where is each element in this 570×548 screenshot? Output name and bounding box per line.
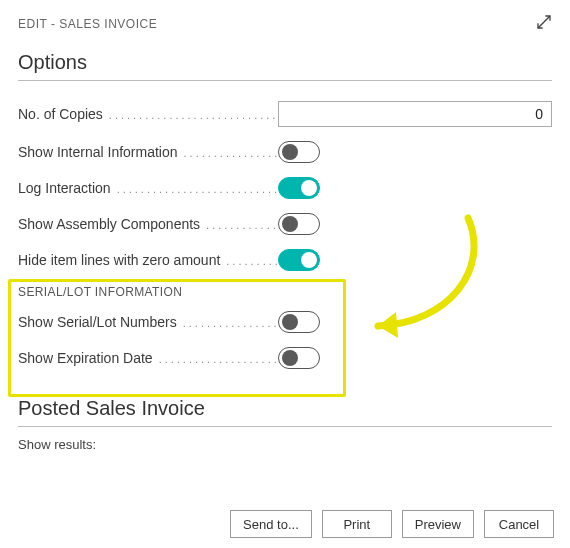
show-results-label: Show results: — [18, 437, 552, 452]
dot-leader — [184, 144, 278, 160]
show-expiration-label: Show Expiration Date — [18, 350, 153, 366]
dot-leader — [226, 252, 278, 268]
show-internal-label: Show Internal Information — [18, 144, 178, 160]
show-expiration-toggle[interactable] — [278, 347, 320, 369]
dot-leader — [183, 314, 278, 330]
dot-leader — [159, 350, 278, 366]
print-button[interactable]: Print — [322, 510, 392, 538]
no-of-copies-input[interactable] — [278, 101, 552, 127]
preview-button[interactable]: Preview — [402, 510, 474, 538]
options-heading: Options — [18, 51, 552, 74]
show-assembly-label: Show Assembly Components — [18, 216, 200, 232]
show-internal-toggle[interactable] — [278, 141, 320, 163]
log-interaction-toggle[interactable] — [278, 177, 320, 199]
serial-lot-group-header: SERIAL/LOT INFORMATION — [18, 285, 552, 299]
dot-leader — [117, 180, 278, 196]
cancel-button[interactable]: Cancel — [484, 510, 554, 538]
hide-zero-label: Hide item lines with zero amount — [18, 252, 220, 268]
divider — [18, 80, 552, 81]
expand-icon[interactable] — [536, 14, 552, 33]
hide-zero-toggle[interactable] — [278, 249, 320, 271]
dot-leader — [206, 216, 278, 232]
page-title: EDIT - SALES INVOICE — [18, 17, 157, 31]
dot-leader — [109, 106, 278, 122]
log-interaction-label: Log Interaction — [18, 180, 111, 196]
show-serial-label: Show Serial/Lot Numbers — [18, 314, 177, 330]
show-serial-toggle[interactable] — [278, 311, 320, 333]
send-to-button[interactable]: Send to... — [230, 510, 312, 538]
divider — [18, 426, 552, 427]
posted-sales-invoice-heading: Posted Sales Invoice — [18, 397, 552, 420]
no-of-copies-label: No. of Copies — [18, 106, 103, 122]
show-assembly-toggle[interactable] — [278, 213, 320, 235]
